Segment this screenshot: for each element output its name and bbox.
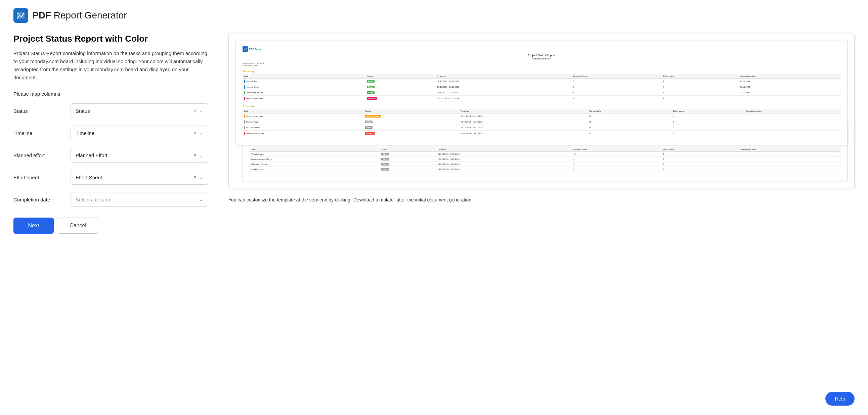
field-label-0: Status — [13, 108, 64, 114]
next-button[interactable]: Next — [13, 218, 54, 234]
select-value-4: Select a column — [75, 197, 199, 202]
select-arrow-4[interactable]: ⌄ — [199, 197, 203, 202]
select-value-2: Planned Effort — [75, 153, 193, 158]
field-rows-container: StatusStatus×⌄TimelineTimeline×⌄Planned … — [13, 103, 208, 207]
page-description: Project Status Report containing informa… — [13, 50, 208, 82]
select-icons-0: ×⌄ — [193, 108, 203, 114]
doc-logo-small — [243, 46, 248, 52]
select-control-0[interactable]: Status×⌄ — [70, 103, 208, 118]
select-arrow-3[interactable]: ⌄ — [199, 175, 203, 180]
select-control-2[interactable]: Planned Effort×⌄ — [70, 148, 208, 162]
app-logo-text: PDF Report Generator — [32, 10, 127, 21]
launch-table: TaskStatusTimelinePlanned effortEffort s… — [249, 148, 840, 172]
field-row-3: Effort spentEffort Spent×⌄ — [13, 170, 208, 185]
help-button[interactable]: Help — [825, 392, 855, 406]
select-clear-1[interactable]: × — [193, 130, 196, 136]
field-label-2: Planned effort — [13, 153, 64, 158]
field-row-0: StatusStatus×⌄ — [13, 103, 208, 118]
select-wrapper-1: Timeline×⌄ — [70, 126, 208, 140]
select-icons-1: ×⌄ — [193, 130, 203, 136]
select-wrapper-0: Status×⌄ — [70, 103, 208, 118]
page-title: Project Status Report with Color — [13, 34, 208, 44]
select-control-4[interactable]: Select a column⌄ — [70, 192, 208, 207]
app-header: PDF Report Generator — [13, 8, 855, 23]
doc-header: PDF Report — [243, 46, 840, 52]
select-icons-3: ×⌄ — [193, 174, 203, 180]
field-row-2: Planned effortPlanned Effort×⌄ — [13, 148, 208, 162]
select-value-1: Timeline — [75, 130, 193, 136]
select-icons-2: ×⌄ — [193, 153, 203, 158]
preview-container: PDF Report Project Status Report Website… — [228, 34, 855, 188]
select-control-1[interactable]: Timeline×⌄ — [70, 126, 208, 140]
execution-table: TaskStatusTimelinePlanned effortEffort s… — [243, 109, 840, 136]
field-row-1: TimelineTimeline×⌄ — [13, 126, 208, 140]
planning-table: TaskStatusTimelinePlanned effortEffort s… — [243, 74, 840, 101]
execution-section-title: Execution — [243, 105, 840, 108]
doc-meta: Report from 05.05.2024 Created by Laura — [243, 62, 840, 66]
select-clear-2[interactable]: × — [193, 153, 196, 158]
select-control-3[interactable]: Effort Spent×⌄ — [70, 170, 208, 185]
select-wrapper-3: Effort Spent×⌄ — [70, 170, 208, 185]
preview-caption: You can customize the template at the ve… — [228, 196, 855, 203]
right-panel: PDF Report Project Status Report Website… — [228, 34, 855, 203]
preview-doc-front: PDF Report Project Status Report Website… — [236, 41, 847, 146]
field-row-4: Completion dateSelect a column⌄ — [13, 192, 208, 207]
select-clear-0[interactable]: × — [193, 108, 196, 114]
doc-brand: PDF Report — [249, 48, 262, 51]
doc-title: Project Status Report — [243, 54, 840, 57]
select-clear-3[interactable]: × — [193, 174, 196, 180]
select-value-3: Effort Spent — [75, 174, 193, 180]
svg-rect-0 — [17, 12, 25, 19]
select-arrow-2[interactable]: ⌄ — [199, 153, 203, 157]
doc-subtitle: Website Relaunch — [243, 57, 840, 60]
select-wrapper-2: Planned Effort×⌄ — [70, 148, 208, 162]
select-value-0: Status — [75, 108, 193, 114]
button-row: Next Cancel — [13, 218, 208, 234]
select-wrapper-4: Select a column⌄ — [70, 192, 208, 207]
field-label-4: Completion date — [13, 197, 64, 202]
left-panel: Project Status Report with Color Project… — [13, 34, 208, 234]
select-arrow-1[interactable]: ⌄ — [199, 131, 203, 135]
app-logo-icon — [13, 8, 28, 23]
cancel-button[interactable]: Cancel — [58, 218, 98, 234]
field-label-3: Effort spent — [13, 174, 64, 180]
select-arrow-0[interactable]: ⌄ — [199, 108, 203, 113]
field-label-1: Timeline — [13, 130, 64, 136]
planning-section-title: Planning — [243, 70, 840, 73]
select-icons-4: ⌄ — [199, 197, 203, 202]
map-columns-label: Please map columns: — [13, 91, 208, 97]
main-layout: Project Status Report with Color Project… — [13, 34, 855, 234]
